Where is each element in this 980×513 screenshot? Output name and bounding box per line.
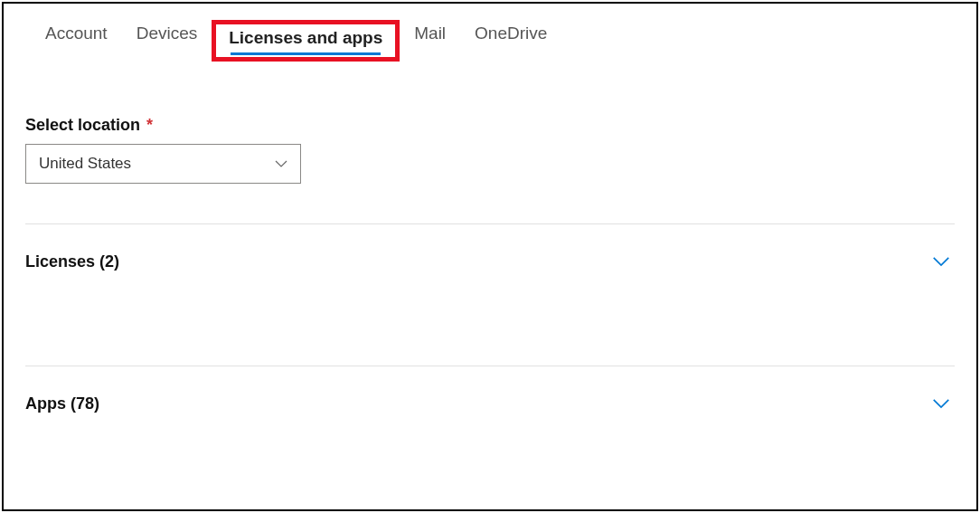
chevron-down-icon [931, 252, 951, 271]
tab-onedrive[interactable]: OneDrive [460, 20, 561, 54]
tab-bar: Account Devices Licenses and apps Mail O… [4, 4, 976, 62]
licenses-accordion[interactable]: Licenses (2) [25, 224, 955, 271]
chevron-down-icon [931, 394, 951, 413]
tab-mail[interactable]: Mail [400, 20, 460, 54]
content-area: Select location * United States Licenses… [4, 62, 976, 413]
tab-licenses-and-apps[interactable]: Licenses and apps [212, 20, 400, 62]
tab-devices[interactable]: Devices [122, 20, 212, 54]
apps-accordion[interactable]: Apps (78) [25, 366, 955, 413]
panel-container: Account Devices Licenses and apps Mail O… [2, 2, 978, 511]
location-label: Select location * [25, 116, 955, 135]
location-select-value: United States [39, 155, 131, 173]
location-select-box[interactable]: United States [25, 144, 301, 184]
tab-account[interactable]: Account [31, 20, 122, 54]
location-label-text: Select location [25, 116, 140, 134]
required-marker: * [146, 116, 153, 134]
apps-accordion-title: Apps (78) [25, 394, 99, 413]
location-select[interactable]: United States [25, 144, 301, 184]
spacer [25, 271, 955, 326]
licenses-accordion-title: Licenses (2) [25, 252, 119, 271]
